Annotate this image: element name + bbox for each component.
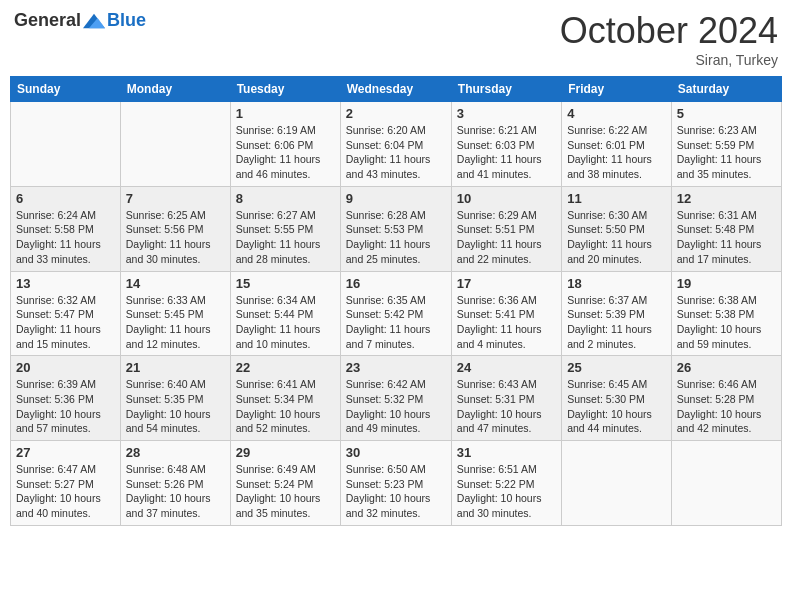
day-info: Sunrise: 6:24 AM Sunset: 5:58 PM Dayligh… [16, 208, 115, 267]
day-number: 14 [126, 276, 225, 291]
day-number: 24 [457, 360, 556, 375]
calendar-cell: 11Sunrise: 6:30 AM Sunset: 5:50 PM Dayli… [562, 186, 672, 271]
logo: GeneralBlue [14, 10, 146, 31]
day-info: Sunrise: 6:34 AM Sunset: 5:44 PM Dayligh… [236, 293, 335, 352]
day-info: Sunrise: 6:47 AM Sunset: 5:27 PM Dayligh… [16, 462, 115, 521]
day-number: 23 [346, 360, 446, 375]
day-number: 1 [236, 106, 335, 121]
day-info: Sunrise: 6:50 AM Sunset: 5:23 PM Dayligh… [346, 462, 446, 521]
calendar-cell: 22Sunrise: 6:41 AM Sunset: 5:34 PM Dayli… [230, 356, 340, 441]
day-info: Sunrise: 6:32 AM Sunset: 5:47 PM Dayligh… [16, 293, 115, 352]
page-header: GeneralBlue October 2024 Siran, Turkey [10, 10, 782, 68]
calendar-cell: 19Sunrise: 6:38 AM Sunset: 5:38 PM Dayli… [671, 271, 781, 356]
day-info: Sunrise: 6:36 AM Sunset: 5:41 PM Dayligh… [457, 293, 556, 352]
day-info: Sunrise: 6:37 AM Sunset: 5:39 PM Dayligh… [567, 293, 666, 352]
calendar-body: 1Sunrise: 6:19 AM Sunset: 6:06 PM Daylig… [11, 102, 782, 526]
calendar-cell: 10Sunrise: 6:29 AM Sunset: 5:51 PM Dayli… [451, 186, 561, 271]
calendar-cell: 20Sunrise: 6:39 AM Sunset: 5:36 PM Dayli… [11, 356, 121, 441]
calendar: SundayMondayTuesdayWednesdayThursdayFrid… [10, 76, 782, 526]
day-info: Sunrise: 6:25 AM Sunset: 5:56 PM Dayligh… [126, 208, 225, 267]
day-number: 31 [457, 445, 556, 460]
day-info: Sunrise: 6:40 AM Sunset: 5:35 PM Dayligh… [126, 377, 225, 436]
calendar-cell: 27Sunrise: 6:47 AM Sunset: 5:27 PM Dayli… [11, 441, 121, 526]
day-number: 13 [16, 276, 115, 291]
month-title: October 2024 [560, 10, 778, 52]
weekday-header-cell: Saturday [671, 77, 781, 102]
day-number: 7 [126, 191, 225, 206]
calendar-cell: 3Sunrise: 6:21 AM Sunset: 6:03 PM Daylig… [451, 102, 561, 187]
day-number: 27 [16, 445, 115, 460]
day-number: 18 [567, 276, 666, 291]
day-number: 10 [457, 191, 556, 206]
day-info: Sunrise: 6:29 AM Sunset: 5:51 PM Dayligh… [457, 208, 556, 267]
day-info: Sunrise: 6:51 AM Sunset: 5:22 PM Dayligh… [457, 462, 556, 521]
day-number: 3 [457, 106, 556, 121]
day-info: Sunrise: 6:45 AM Sunset: 5:30 PM Dayligh… [567, 377, 666, 436]
day-info: Sunrise: 6:38 AM Sunset: 5:38 PM Dayligh… [677, 293, 776, 352]
day-number: 19 [677, 276, 776, 291]
calendar-cell: 30Sunrise: 6:50 AM Sunset: 5:23 PM Dayli… [340, 441, 451, 526]
calendar-cell: 16Sunrise: 6:35 AM Sunset: 5:42 PM Dayli… [340, 271, 451, 356]
calendar-cell: 1Sunrise: 6:19 AM Sunset: 6:06 PM Daylig… [230, 102, 340, 187]
calendar-cell: 6Sunrise: 6:24 AM Sunset: 5:58 PM Daylig… [11, 186, 121, 271]
day-number: 29 [236, 445, 335, 460]
calendar-cell: 21Sunrise: 6:40 AM Sunset: 5:35 PM Dayli… [120, 356, 230, 441]
logo-general: General [14, 10, 81, 31]
weekday-header-cell: Thursday [451, 77, 561, 102]
calendar-cell: 9Sunrise: 6:28 AM Sunset: 5:53 PM Daylig… [340, 186, 451, 271]
day-info: Sunrise: 6:46 AM Sunset: 5:28 PM Dayligh… [677, 377, 776, 436]
day-number: 9 [346, 191, 446, 206]
day-number: 26 [677, 360, 776, 375]
day-info: Sunrise: 6:33 AM Sunset: 5:45 PM Dayligh… [126, 293, 225, 352]
calendar-week-row: 1Sunrise: 6:19 AM Sunset: 6:06 PM Daylig… [11, 102, 782, 187]
day-number: 21 [126, 360, 225, 375]
calendar-cell: 15Sunrise: 6:34 AM Sunset: 5:44 PM Dayli… [230, 271, 340, 356]
weekday-header-row: SundayMondayTuesdayWednesdayThursdayFrid… [11, 77, 782, 102]
title-block: October 2024 Siran, Turkey [560, 10, 778, 68]
day-number: 22 [236, 360, 335, 375]
calendar-cell: 18Sunrise: 6:37 AM Sunset: 5:39 PM Dayli… [562, 271, 672, 356]
logo-blue: Blue [107, 10, 146, 31]
location-title: Siran, Turkey [560, 52, 778, 68]
day-info: Sunrise: 6:20 AM Sunset: 6:04 PM Dayligh… [346, 123, 446, 182]
calendar-cell: 7Sunrise: 6:25 AM Sunset: 5:56 PM Daylig… [120, 186, 230, 271]
calendar-cell: 12Sunrise: 6:31 AM Sunset: 5:48 PM Dayli… [671, 186, 781, 271]
logo-icon [83, 12, 105, 30]
calendar-cell: 17Sunrise: 6:36 AM Sunset: 5:41 PM Dayli… [451, 271, 561, 356]
calendar-week-row: 13Sunrise: 6:32 AM Sunset: 5:47 PM Dayli… [11, 271, 782, 356]
day-info: Sunrise: 6:43 AM Sunset: 5:31 PM Dayligh… [457, 377, 556, 436]
day-info: Sunrise: 6:35 AM Sunset: 5:42 PM Dayligh… [346, 293, 446, 352]
day-info: Sunrise: 6:23 AM Sunset: 5:59 PM Dayligh… [677, 123, 776, 182]
calendar-cell: 8Sunrise: 6:27 AM Sunset: 5:55 PM Daylig… [230, 186, 340, 271]
calendar-cell: 23Sunrise: 6:42 AM Sunset: 5:32 PM Dayli… [340, 356, 451, 441]
day-number: 11 [567, 191, 666, 206]
day-number: 20 [16, 360, 115, 375]
calendar-week-row: 20Sunrise: 6:39 AM Sunset: 5:36 PM Dayli… [11, 356, 782, 441]
calendar-cell: 14Sunrise: 6:33 AM Sunset: 5:45 PM Dayli… [120, 271, 230, 356]
calendar-cell: 24Sunrise: 6:43 AM Sunset: 5:31 PM Dayli… [451, 356, 561, 441]
day-info: Sunrise: 6:30 AM Sunset: 5:50 PM Dayligh… [567, 208, 666, 267]
calendar-week-row: 27Sunrise: 6:47 AM Sunset: 5:27 PM Dayli… [11, 441, 782, 526]
day-number: 6 [16, 191, 115, 206]
calendar-cell: 25Sunrise: 6:45 AM Sunset: 5:30 PM Dayli… [562, 356, 672, 441]
day-info: Sunrise: 6:19 AM Sunset: 6:06 PM Dayligh… [236, 123, 335, 182]
day-info: Sunrise: 6:21 AM Sunset: 6:03 PM Dayligh… [457, 123, 556, 182]
calendar-cell: 26Sunrise: 6:46 AM Sunset: 5:28 PM Dayli… [671, 356, 781, 441]
calendar-cell: 4Sunrise: 6:22 AM Sunset: 6:01 PM Daylig… [562, 102, 672, 187]
day-number: 17 [457, 276, 556, 291]
weekday-header-cell: Friday [562, 77, 672, 102]
day-info: Sunrise: 6:42 AM Sunset: 5:32 PM Dayligh… [346, 377, 446, 436]
day-number: 4 [567, 106, 666, 121]
calendar-cell: 5Sunrise: 6:23 AM Sunset: 5:59 PM Daylig… [671, 102, 781, 187]
calendar-cell [671, 441, 781, 526]
weekday-header-cell: Monday [120, 77, 230, 102]
weekday-header-cell: Sunday [11, 77, 121, 102]
calendar-week-row: 6Sunrise: 6:24 AM Sunset: 5:58 PM Daylig… [11, 186, 782, 271]
calendar-cell: 28Sunrise: 6:48 AM Sunset: 5:26 PM Dayli… [120, 441, 230, 526]
day-info: Sunrise: 6:27 AM Sunset: 5:55 PM Dayligh… [236, 208, 335, 267]
calendar-cell [120, 102, 230, 187]
weekday-header-cell: Wednesday [340, 77, 451, 102]
calendar-cell: 2Sunrise: 6:20 AM Sunset: 6:04 PM Daylig… [340, 102, 451, 187]
day-number: 12 [677, 191, 776, 206]
day-info: Sunrise: 6:48 AM Sunset: 5:26 PM Dayligh… [126, 462, 225, 521]
